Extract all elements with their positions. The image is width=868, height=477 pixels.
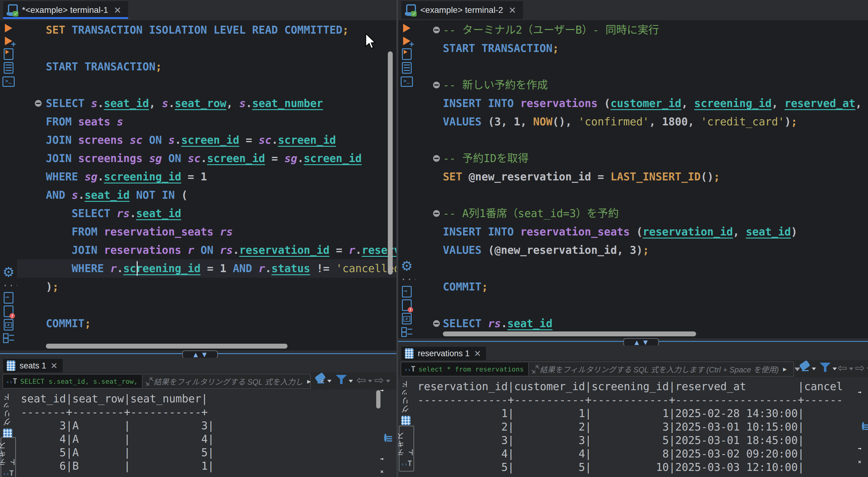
- parameters-button[interactable]: x: [0, 318, 17, 331]
- code-line[interactable]: INSERT INTO reservation_seats (reservati…: [415, 223, 868, 241]
- code-line[interactable]: WHERE r.screening_id = 1 AND r.status !=…: [17, 259, 396, 278]
- statement-marker-icon[interactable]: [433, 27, 440, 33]
- value-view-button[interactable]: [862, 423, 868, 433]
- result-row[interactable]: --------------+-----------+------------+…: [417, 393, 843, 407]
- code-line[interactable]: [415, 296, 868, 314]
- code-line[interactable]: [415, 259, 868, 278]
- code-line[interactable]: START TRANSACTION;: [17, 58, 396, 76]
- view-tab-grid[interactable]: グリッド: [1, 392, 15, 438]
- open-in-editor-button[interactable]: [384, 392, 395, 403]
- open-file-button[interactable]: →: [398, 285, 415, 298]
- code-line[interactable]: AND s.seat_id NOT IN (: [17, 186, 396, 204]
- errors-button[interactable]: !: [0, 305, 17, 318]
- export-table-button[interactable]: [384, 461, 395, 471]
- result-row[interactable]: seat_id|seat_row|seat_number|: [21, 392, 214, 406]
- code-line[interactable]: -- ターミナル2（ユーザーB）- 同時に実行: [415, 21, 868, 39]
- settings-button[interactable]: ⚙: [0, 265, 17, 279]
- jump-to-statement-button[interactable]: [0, 47, 17, 61]
- code-line[interactable]: INSERT INTO reservations (customer_id, s…: [415, 94, 868, 113]
- result-row[interactable]: 1| 1| 1|2025-02-28 14:30:00|: [417, 407, 843, 420]
- structure-button[interactable]: [398, 325, 415, 339]
- heatmap-button[interactable]: [384, 448, 395, 458]
- query-chip[interactable]: ‹›T SELECT s.seat_id, s.seat_row,: [3, 375, 143, 388]
- code-line[interactable]: JOIN screens sc ON s.screen_id = sc.scre…: [17, 131, 396, 149]
- script-button[interactable]: [398, 61, 415, 74]
- result-row[interactable]: 3|A | 3|: [21, 419, 214, 432]
- code-line[interactable]: JOIN screenings sg ON sc.screen_id = sg.…: [17, 149, 396, 167]
- result-row[interactable]: 5|A | 5|: [21, 446, 214, 459]
- run-button[interactable]: [0, 22, 17, 35]
- result-row[interactable]: reservation_id|customer_id|screening_id|…: [417, 380, 843, 393]
- sql-editor-1[interactable]: SET TRANSACTION ISOLATION LEVEL READ COM…: [17, 20, 396, 350]
- text-result-output[interactable]: reservation_id|customer_id|screening_id|…: [417, 380, 843, 474]
- previous-page-button[interactable]: ⇦: [837, 362, 853, 376]
- structure-button[interactable]: [0, 331, 17, 345]
- code-line[interactable]: );: [17, 278, 396, 296]
- query-chip[interactable]: ‹›T select * from reservations: [401, 363, 529, 376]
- result-row[interactable]: 4| 4| 8|2025-03-02 09:20:00|: [417, 447, 843, 460]
- code-line[interactable]: SET TRANSACTION ISOLATION LEVEL READ COM…: [17, 21, 396, 39]
- editor-results-splitter-left[interactable]: ▲▼: [0, 350, 396, 358]
- parameters-button[interactable]: x: [398, 312, 415, 325]
- more-button[interactable]: ····: [398, 273, 415, 286]
- submit-arrow-icon[interactable]: ▶: [783, 365, 787, 373]
- code-line[interactable]: FROM seats s: [17, 113, 396, 131]
- statement-marker-icon[interactable]: [433, 320, 440, 327]
- code-line[interactable]: [17, 39, 396, 58]
- terminal-button[interactable]: >_: [0, 75, 17, 88]
- code-line[interactable]: SET @new_reservation_id = LAST_INSERT_ID…: [415, 167, 868, 186]
- jump-to-statement-button[interactable]: [398, 47, 415, 61]
- code-line[interactable]: WHERE sg.screening_id = 1: [17, 167, 396, 186]
- errors-button[interactable]: !: [398, 298, 415, 312]
- code-line[interactable]: SELECT rs.seat_id: [17, 204, 396, 223]
- code-line[interactable]: START TRANSACTION;: [415, 39, 868, 58]
- splitter-handle[interactable]: ▲▼: [182, 350, 218, 359]
- view-tab-grid[interactable]: グリッド: [399, 380, 413, 425]
- view-tab-text[interactable]: テキスト ‹›T: [399, 426, 414, 472]
- close-icon[interactable]: ✕: [113, 5, 123, 15]
- code-line[interactable]: [415, 186, 868, 204]
- settings-button[interactable]: ⚙: [398, 259, 415, 273]
- export-table-button[interactable]: [862, 451, 868, 460]
- code-line[interactable]: -- 新しい予約を作成: [415, 76, 868, 94]
- close-icon[interactable]: ✕: [474, 349, 481, 359]
- run-new-console-button[interactable]: +: [0, 34, 17, 48]
- tab-terminal-1[interactable]: ✓ *<example> terminal-1 ✕: [3, 1, 128, 19]
- filter-field[interactable]: ‹›T SELECT s.seat_id, s.seat_row, 結果をフィル…: [2, 374, 311, 389]
- run-button[interactable]: [398, 22, 415, 35]
- grid-scrollbar[interactable]: [376, 390, 380, 409]
- code-line[interactable]: COMMIT;: [415, 278, 868, 296]
- more-button[interactable]: ····: [0, 279, 17, 292]
- result-row[interactable]: 4|A | 4|: [21, 432, 214, 446]
- close-table-button[interactable]: [862, 464, 868, 474]
- code-line[interactable]: SELECT s.seat_id, s.seat_row, s.seat_num…: [17, 94, 396, 113]
- results-tab-reservations[interactable]: reservations 1 ✕: [401, 347, 486, 360]
- code-line[interactable]: -- 予約IDを取得: [415, 149, 868, 167]
- filter-button[interactable]: [820, 362, 837, 376]
- script-button[interactable]: [0, 61, 17, 74]
- result-row[interactable]: 3| 3| 5|2025-03-01 18:45:00|: [417, 434, 843, 447]
- horizontal-scrollbar-right[interactable]: [443, 331, 696, 336]
- open-in-editor-button[interactable]: [862, 394, 868, 404]
- vertical-scrollbar-left[interactable]: [388, 51, 393, 275]
- code-line[interactable]: JOIN reservations r ON rs.reservation_id…: [17, 241, 396, 259]
- code-line[interactable]: FROM reservation_seats rs: [17, 223, 396, 241]
- code-line[interactable]: [415, 58, 868, 76]
- value-view-button[interactable]: [384, 435, 395, 445]
- text-result-output[interactable]: seat_id|seat_row|seat_number|-------+---…: [21, 392, 214, 473]
- statement-marker-icon[interactable]: [35, 100, 41, 107]
- filter-button[interactable]: [336, 374, 353, 388]
- next-page-button[interactable]: ⇨: [855, 362, 868, 376]
- editor-results-splitter-right[interactable]: ▲▼: [398, 338, 868, 346]
- code-line[interactable]: [415, 131, 868, 149]
- data-extractor-button[interactable]: [800, 362, 816, 376]
- code-line[interactable]: VALUES (3, 1, NOW(), 'confirmed', 1800, …: [415, 113, 868, 131]
- code-line[interactable]: VALUES (@new_reservation_id, 3);: [415, 241, 868, 259]
- result-row[interactable]: 5| 5| 10|2025-03-03 12:10:00|: [417, 460, 843, 474]
- horizontal-scrollbar-left[interactable]: [46, 344, 287, 349]
- next-page-button[interactable]: ⇨: [374, 374, 390, 388]
- run-new-console-button[interactable]: +: [398, 34, 415, 48]
- previous-page-button[interactable]: ⇦: [356, 374, 372, 388]
- view-tab-text[interactable]: テキスト ‹›T: [1, 437, 16, 477]
- close-table-button[interactable]: [384, 474, 395, 477]
